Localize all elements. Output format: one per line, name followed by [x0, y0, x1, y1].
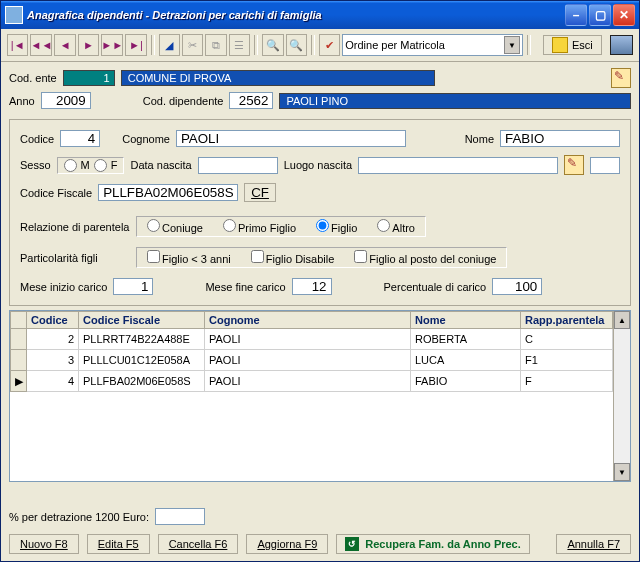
annulla-button[interactable]: Annulla F7: [556, 534, 631, 554]
mese-fine-input[interactable]: [292, 278, 332, 295]
anno-label: Anno: [9, 95, 35, 107]
col-rapp[interactable]: Rapp.parentela: [521, 312, 613, 329]
recupera-button[interactable]: ↺ Recupera Fam. da Anno Prec.: [336, 534, 529, 554]
window-title: Anagrafica dipendenti - Detrazioni per c…: [27, 9, 565, 21]
rel-label: Relazione di parentela: [20, 221, 130, 233]
cut-icon: ✂: [182, 34, 203, 56]
cognome-input[interactable]: [176, 130, 406, 147]
nav-fast-back-icon[interactable]: ◄◄: [30, 34, 52, 56]
exit-label: Esci: [572, 39, 593, 51]
app-window: Anagrafica dipendenti - Detrazioni per c…: [0, 0, 640, 562]
cf-button[interactable]: CF: [244, 183, 276, 202]
luogo-nascita-input[interactable]: [358, 157, 558, 174]
copy-icon: ⧉: [205, 34, 226, 56]
rel-group: Coniuge Primo Figlio Figlio Altro: [136, 216, 426, 237]
data-nascita-input[interactable]: [198, 157, 278, 174]
col-cognome[interactable]: Cognome: [205, 312, 411, 329]
cancella-button[interactable]: Cancella F6: [158, 534, 239, 554]
cod-dip-label: Cod. dipendente: [143, 95, 224, 107]
part-lt3-check[interactable]: Figlio < 3 anni: [147, 250, 231, 265]
maximize-button[interactable]: ▢: [589, 4, 611, 26]
recupera-icon: ↺: [345, 537, 359, 551]
sesso-group: M F: [57, 157, 125, 174]
mese-inizio-input[interactable]: [113, 278, 153, 295]
marker-icon[interactable]: ✔: [319, 34, 340, 56]
paste-icon: ☰: [229, 34, 250, 56]
part-posto-check[interactable]: Figlio al posto del coniuge: [354, 250, 496, 265]
dip-name: PAOLI PINO: [279, 93, 631, 109]
nav-fwd-icon[interactable]: ►: [78, 34, 99, 56]
sort-select[interactable]: Ordine per Matricola ▼: [342, 34, 523, 56]
luogo-code-input[interactable]: [590, 157, 620, 174]
aggiorna-button[interactable]: Aggiorna F9: [246, 534, 328, 554]
mese-fine-label: Mese fine carico: [205, 281, 285, 293]
edita-button[interactable]: Edita F5: [87, 534, 150, 554]
part-group: Figlio < 3 anni Figlio Disabile Figlio a…: [136, 247, 507, 268]
nav-fast-fwd-icon[interactable]: ►►: [101, 34, 123, 56]
exit-icon: [552, 37, 568, 53]
perc1200-label: % per detrazione 1200 Euro:: [9, 511, 149, 523]
search-icon[interactable]: 🔍: [262, 34, 283, 56]
perc-input[interactable]: [492, 278, 542, 295]
edit-ente-icon[interactable]: [611, 68, 631, 88]
ente-name: COMUNE DI PROVA: [121, 70, 435, 86]
footer-detrazione: % per detrazione 1200 Euro:: [9, 508, 631, 525]
toolbar: |◄ ◄◄ ◄ ► ►► ►| ◢ ✂ ⧉ ☰ 🔍 🔍 ✔ Ordine per…: [1, 29, 639, 62]
scroll-down-icon[interactable]: ▼: [614, 463, 630, 481]
codice-label: Codice: [20, 133, 54, 145]
anno-input[interactable]: [41, 92, 91, 109]
scroll-up-icon[interactable]: ▲: [614, 311, 630, 329]
perc1200-input[interactable]: [155, 508, 205, 525]
app-icon: [5, 6, 23, 24]
nav-last-icon[interactable]: ►|: [125, 34, 146, 56]
row-selector-header: [11, 312, 27, 329]
table-row[interactable]: ▶ 4 PLLFBA02M06E058S PAOLI FABIO F: [11, 371, 613, 392]
mese-inizio-label: Mese inizio carico: [20, 281, 107, 293]
minimize-button[interactable]: –: [565, 4, 587, 26]
sort-select-value: Ordine per Matricola: [345, 39, 445, 51]
help-book-icon[interactable]: [610, 35, 633, 55]
rel-coniuge-radio[interactable]: Coniuge: [147, 219, 203, 234]
cf-input[interactable]: [98, 184, 238, 201]
cf-label: Codice Fiscale: [20, 187, 92, 199]
chevron-down-icon[interactable]: ▼: [504, 36, 520, 54]
exit-button[interactable]: Esci: [543, 35, 602, 55]
cod-ente-label: Cod. ente: [9, 72, 57, 84]
nav-back-icon[interactable]: ◄: [54, 34, 75, 56]
sesso-m-radio[interactable]: M: [64, 159, 90, 172]
current-row-marker: ▶: [11, 371, 27, 392]
perc-label: Percentuale di carico: [384, 281, 487, 293]
col-codice[interactable]: Codice: [27, 312, 79, 329]
data-nascita-label: Data nascita: [130, 159, 191, 171]
rel-altro-radio[interactable]: Altro: [377, 219, 415, 234]
detail-panel: Codice Cognome Nome Sesso M F Data nasci…: [9, 119, 631, 306]
close-button[interactable]: ✕: [613, 4, 635, 26]
sesso-label: Sesso: [20, 159, 51, 171]
eraser-icon[interactable]: ◢: [159, 34, 180, 56]
titlebar: Anagrafica dipendenti - Detrazioni per c…: [1, 1, 639, 29]
nome-label: Nome: [465, 133, 494, 145]
rel-figlio-radio[interactable]: Figlio: [316, 219, 357, 234]
cognome-label: Cognome: [122, 133, 170, 145]
family-table[interactable]: Codice Codice Fiscale Cognome Nome Rapp.…: [10, 311, 613, 392]
family-grid: Codice Codice Fiscale Cognome Nome Rapp.…: [9, 310, 631, 482]
col-cf[interactable]: Codice Fiscale: [79, 312, 205, 329]
grid-scrollbar[interactable]: ▲ ▼: [613, 311, 630, 481]
edit-luogo-icon[interactable]: [564, 155, 584, 175]
nav-first-icon[interactable]: |◄: [7, 34, 28, 56]
cod-ente-value: 1: [63, 70, 115, 86]
button-bar: Nuovo F8 Edita F5 Cancella F6 Aggiorna F…: [5, 531, 635, 557]
sesso-f-radio[interactable]: F: [94, 159, 118, 172]
nome-input[interactable]: [500, 130, 620, 147]
part-disab-check[interactable]: Figlio Disabile: [251, 250, 334, 265]
rel-primo-radio[interactable]: Primo Figlio: [223, 219, 296, 234]
part-label: Particolarità figli: [20, 252, 130, 264]
table-row[interactable]: 2 PLLRRT74B22A488E PAOLI ROBERTA C: [11, 329, 613, 350]
table-row[interactable]: 3 PLLLCU01C12E058A PAOLI LUCA F1: [11, 350, 613, 371]
header-area: Cod. ente 1 COMUNE DI PROVA Anno Cod. di…: [1, 62, 639, 115]
nuovo-button[interactable]: Nuovo F8: [9, 534, 79, 554]
luogo-nascita-label: Luogo nascita: [284, 159, 353, 171]
col-nome[interactable]: Nome: [411, 312, 521, 329]
codice-input[interactable]: [60, 130, 100, 147]
cod-dip-input[interactable]: [229, 92, 273, 109]
